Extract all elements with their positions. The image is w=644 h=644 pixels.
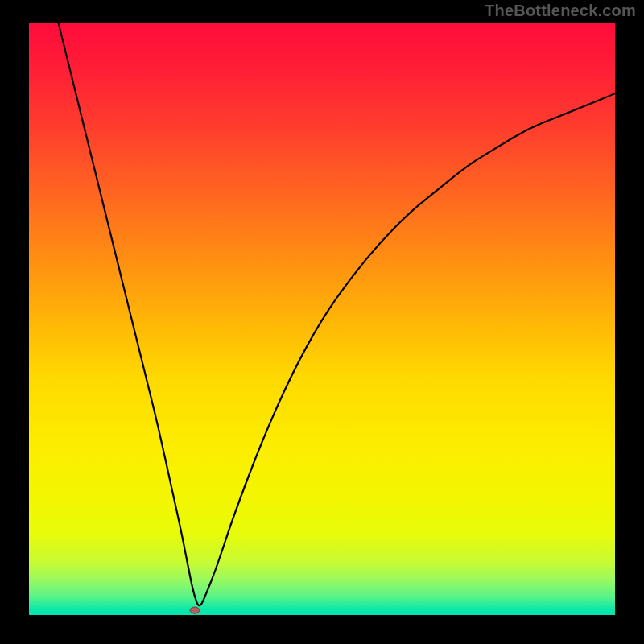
minimum-marker bbox=[190, 607, 200, 613]
watermark-text: TheBottleneck.com bbox=[485, 2, 636, 20]
bottleneck-curve bbox=[29, 23, 615, 615]
chart-frame: TheBottleneck.com bbox=[0, 0, 644, 644]
curve-path bbox=[58, 23, 615, 605]
plot-area bbox=[29, 23, 615, 615]
